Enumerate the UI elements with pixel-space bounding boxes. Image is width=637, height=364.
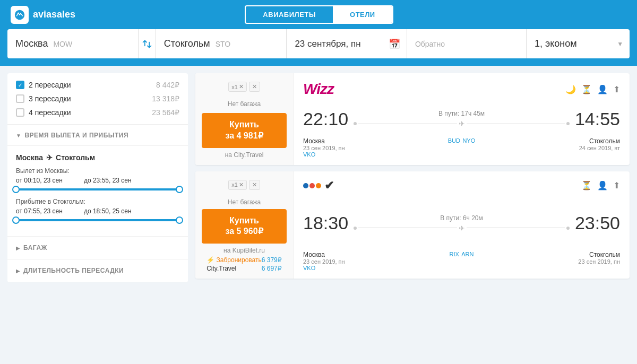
arrive-city-1: Стокгольм xyxy=(578,137,620,145)
date-field[interactable]: 23 сентября, пн 📅 xyxy=(287,29,407,58)
checkbox-2-transfers[interactable]: ✓ xyxy=(16,81,24,89)
depart-info-1: Москва 23 сен 2019, пн VKO xyxy=(303,137,346,158)
airports-middle-2: RIX ARN xyxy=(346,251,578,261)
depart-time-1: 22:10 xyxy=(303,109,348,129)
sidebar: ✓ 2 пересадки 8 442₽ 3 пересадки 13 318₽… xyxy=(7,73,188,282)
share-icon-1: ⬆ xyxy=(613,84,620,94)
depart-slider-right[interactable] xyxy=(176,186,183,193)
swap-button[interactable] xyxy=(139,29,156,58)
airports-row-2: Москва 23 сен 2019, пн VKO RIX ARN Стокг… xyxy=(303,251,620,271)
checkbox-3-transfers[interactable] xyxy=(16,94,24,103)
nav-tabs: АВИАБИЛЕТЫ ОТЕЛИ xyxy=(245,5,393,24)
stopover-section[interactable]: ▶ ДЛИТЕЛЬНОСТЬ ПЕРЕСАДКИ xyxy=(7,259,188,282)
nike-checkmark-icon: ✔ xyxy=(324,179,334,193)
baggage-x1-label: x1 xyxy=(231,84,238,90)
to-field[interactable]: Стокгольм STO xyxy=(156,29,287,58)
depart-airport-1[interactable]: VKO xyxy=(303,151,346,158)
flight-card-1: x1 ✕ ✕ Нет багажа Купить за 4 981₽ на Ci… xyxy=(195,73,630,165)
airline-row-1: Wizz 🌙 ⏳ 👤 ⬆ xyxy=(303,81,620,98)
depart-date-1: 23 сен 2019, пн xyxy=(303,145,346,151)
stopover1-1[interactable]: BUD xyxy=(448,137,460,147)
arrive-slider[interactable] xyxy=(16,219,179,221)
wizzair-logo: Wizz xyxy=(303,81,334,98)
depart-slider[interactable] xyxy=(16,188,179,190)
to-code: STO xyxy=(216,40,231,48)
return-placeholder: Обратно xyxy=(415,40,518,48)
times-row-1: 22:10 В пути: 17ч 45м ✈ 14:55 xyxy=(303,109,620,129)
card-1-right: Wizz 🌙 ⏳ 👤 ⬆ 22:10 В пути: 17ч 45м xyxy=(294,73,630,165)
filter-4-price: 23 564₽ xyxy=(152,108,179,117)
filter-2-label: 2 пересадки xyxy=(29,81,71,89)
pax-field[interactable]: 1, эконом ▼ xyxy=(527,29,630,58)
main-content: ✓ 2 пересадки 8 442₽ 3 пересадки 13 318₽… xyxy=(0,66,637,290)
duration-1: В пути: 17ч 45м xyxy=(438,110,485,117)
time-sliders: Москва ✈ Стокгольм Вылет из Москвы: от 0… xyxy=(7,146,188,237)
depart-slider-left[interactable] xyxy=(12,186,20,193)
filter-item-3: 3 пересадки 13 318₽ xyxy=(16,94,179,103)
tab-hotels[interactable]: ОТЕЛИ xyxy=(333,6,392,23)
time-section-header[interactable]: ▼ ВРЕМЯ ВЫЛЕТА И ПРИБЫТИЯ xyxy=(7,125,188,146)
filter-4-label: 4 пересадки xyxy=(29,108,71,117)
route-from: Москва xyxy=(16,153,43,162)
arrive-info-2: Стокгольм 23 сен 2019, пн xyxy=(578,251,620,265)
arrive-time-2: 23:50 xyxy=(575,213,620,233)
extra-prices-2: ⚡ Забронировать 6 379₽ City.Travel 6 697… xyxy=(206,256,282,272)
plane-icon: ✈ xyxy=(46,153,53,162)
calendar-icon: 📅 xyxy=(389,38,400,50)
return-field[interactable]: Обратно xyxy=(407,29,527,58)
depart-label: Вылет из Москвы: xyxy=(16,167,179,175)
filter-3-label: 3 пересадки xyxy=(29,94,71,103)
depart-city-1: Москва xyxy=(303,137,346,145)
route-label: Москва ✈ Стокгольм xyxy=(16,153,179,162)
duration-2: В пути: 6ч 20м xyxy=(440,214,483,222)
depart-city-2: Москва xyxy=(303,251,346,258)
card-2-left: x1 ✕ ✕ Нет багажа Купить за 5 960₽ на Ku… xyxy=(195,171,294,279)
buy-label-2: Купить xyxy=(212,215,276,227)
buy-button-1[interactable]: Купить за 4 981₽ xyxy=(202,113,287,148)
depart-info-2: Москва 23 сен 2019, пн VKO xyxy=(303,251,346,271)
buy-button-2[interactable]: Купить за 5 960₽ xyxy=(202,209,287,244)
arrive-slider-right[interactable] xyxy=(176,216,183,224)
route-middle-1: В пути: 17ч 45м ✈ xyxy=(348,110,575,128)
arrive-slider-left[interactable] xyxy=(12,216,20,224)
transfers-filter: ✓ 2 пересадки 8 442₽ 3 пересадки 13 318₽… xyxy=(7,73,188,125)
route-line-1: ✈ xyxy=(354,119,570,128)
tab-aviabilety[interactable]: АВИАБИЛЕТЫ xyxy=(246,6,333,23)
airports-middle-1: BUD NYO xyxy=(346,137,578,147)
arrive-city-2: Стокгольм xyxy=(578,251,620,258)
stopover2-2[interactable]: ARN xyxy=(461,251,474,261)
arrive-info-1: Стокгольм 24 сен 2019, вт xyxy=(578,137,620,151)
search-date: 23 сентября, пн xyxy=(295,39,386,49)
pax-value: 1, эконом xyxy=(535,38,615,49)
depart-range: от 00:10, 23 сен до 23:55, 23 сен xyxy=(16,177,179,184)
arrive-range: от 07:55, 23 сен до 18:50, 25 сен xyxy=(16,207,179,215)
filter-item-4: 4 пересадки 23 564₽ xyxy=(16,108,179,117)
checkbox-4-transfers[interactable] xyxy=(16,108,24,117)
time-section-label: ВРЕМЯ ВЫЛЕТА И ПРИБЫТИЯ xyxy=(24,132,128,139)
flights-list: x1 ✕ ✕ Нет багажа Купить за 4 981₽ на Ci… xyxy=(195,73,630,282)
baggage-info-2: x1 ✕ ✕ xyxy=(228,180,260,190)
depart-airport-2[interactable]: VKO xyxy=(303,265,346,271)
header: aviasales АВИАБИЛЕТЫ ОТЕЛИ xyxy=(0,0,637,29)
stopover2-1[interactable]: NYO xyxy=(462,137,475,147)
to-city: Стокгольм xyxy=(164,38,210,49)
hourglass-icon-2: ⏳ xyxy=(581,180,592,190)
stopover-chevron: ▶ xyxy=(16,268,20,274)
from-field[interactable]: Москва MOW xyxy=(7,29,139,58)
stopover1-2[interactable]: RIX xyxy=(449,251,459,261)
baggage-section[interactable]: ▶ БАГАЖ xyxy=(7,237,188,259)
share-icon-2: ⬆ xyxy=(613,180,620,190)
buy-label-1: Купить xyxy=(212,119,276,131)
airline-combo-2: ✔ xyxy=(303,179,334,193)
airports-row-1: Москва 23 сен 2019, пн VKO BUD NYO Стокг… xyxy=(303,137,620,158)
route-line-2: ✈ xyxy=(354,224,570,232)
hourglass-icon-1: ⏳ xyxy=(581,84,592,94)
extra-1-price: 6 379₽ xyxy=(262,256,282,264)
arrive-date-1: 24 сен 2019, вт xyxy=(578,145,620,151)
from-city: Москва xyxy=(15,38,48,49)
card-2-right: ✔ ⏳ 👤 ⬆ 18:30 В пути: 6ч 20м xyxy=(294,171,630,279)
extra-price-row-1: ⚡ Забронировать 6 379₽ xyxy=(206,256,282,264)
filter-2-price: 8 442₽ xyxy=(156,81,179,89)
dropdown-icon: ▼ xyxy=(617,40,623,48)
arrive-date-2: 23 сен 2019, пн xyxy=(578,258,620,265)
